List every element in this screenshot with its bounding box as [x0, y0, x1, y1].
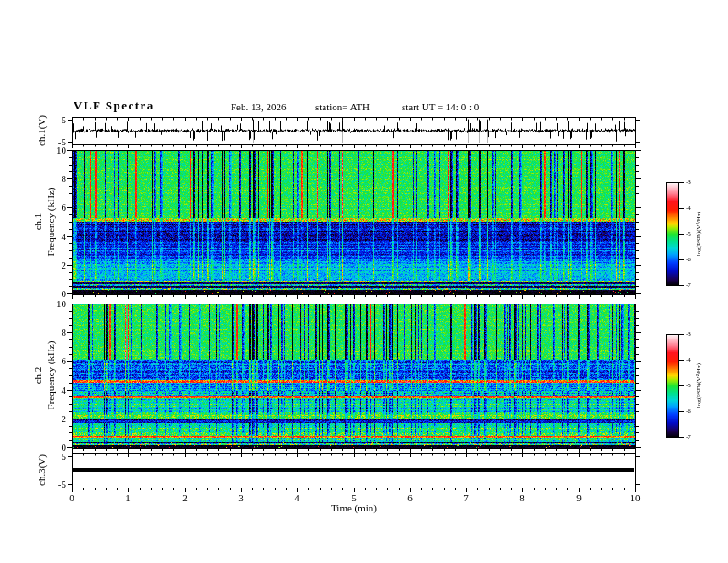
- x-tick-label: 8: [519, 493, 525, 503]
- colorbar-tick-label: -5: [686, 231, 691, 237]
- ch2-spec-ylabel: Frequency (kHz): [46, 341, 56, 410]
- ch1-spec-channel-label: ch.1: [33, 213, 43, 231]
- start-ut-label: start UT = 14: 0 : 0: [402, 102, 479, 112]
- colorbar1-title: log(PSD)(V²/Hz): [696, 212, 702, 256]
- x-tick-label: 3: [238, 493, 244, 503]
- x-tick-label: 5: [351, 493, 357, 503]
- spectra-plot-canvas: [0, 0, 728, 563]
- freq-tick-label: 10: [39, 299, 66, 309]
- freq-tick-label: 4: [39, 385, 66, 395]
- ch1-spec-ylabel: Frequency (kHz): [46, 188, 56, 257]
- colorbar-tick-label: -4: [686, 205, 691, 212]
- amp-tick-label: 5: [39, 451, 66, 461]
- x-tick-label: 2: [182, 493, 188, 503]
- vlf-spectra-figure: VLF Spectra Feb. 13, 2026 station= ATH s…: [0, 0, 728, 563]
- amp-tick-label: -5: [39, 137, 66, 147]
- freq-tick-label: 6: [39, 356, 66, 366]
- ch2-spec-channel-label: ch.2: [33, 367, 43, 385]
- freq-tick-label: 2: [39, 413, 66, 423]
- plot-title: VLF Spectra: [74, 99, 154, 111]
- freq-tick-label: 2: [39, 259, 66, 270]
- colorbar-tick-label: -4: [686, 357, 691, 363]
- freq-tick-label: 8: [39, 327, 66, 338]
- freq-tick-label: 4: [39, 231, 66, 241]
- colorbar-tick-label: -3: [686, 179, 691, 186]
- x-tick-label: 4: [294, 493, 300, 503]
- x-tick-label: 0: [69, 493, 74, 503]
- amp-tick-label: 5: [39, 115, 66, 125]
- x-tick-label: 1: [125, 493, 131, 503]
- date-label: Feb. 13, 2026: [231, 102, 287, 112]
- x-tick-label: 10: [631, 493, 641, 503]
- x-tick-label: 7: [463, 493, 469, 503]
- colorbar-tick-label: -6: [686, 408, 691, 415]
- colorbar-tick-label: -7: [686, 434, 691, 441]
- colorbar-tick-label: -5: [686, 383, 691, 389]
- colorbar-tick-label: -6: [686, 257, 691, 263]
- x-tick-label: 9: [576, 493, 582, 503]
- amp-tick-label: -5: [39, 479, 66, 489]
- colorbar-tick-label: -7: [686, 282, 691, 289]
- x-tick-label: 6: [407, 493, 413, 503]
- freq-tick-label: 6: [39, 202, 66, 213]
- colorbar2-title: log(PSD)(V²/Hz): [696, 363, 702, 408]
- station-label: station= ATH: [315, 102, 370, 112]
- colorbar-tick-label: -3: [686, 331, 691, 338]
- x-axis-label: Time (min): [331, 503, 377, 513]
- freq-tick-label: 8: [39, 174, 66, 184]
